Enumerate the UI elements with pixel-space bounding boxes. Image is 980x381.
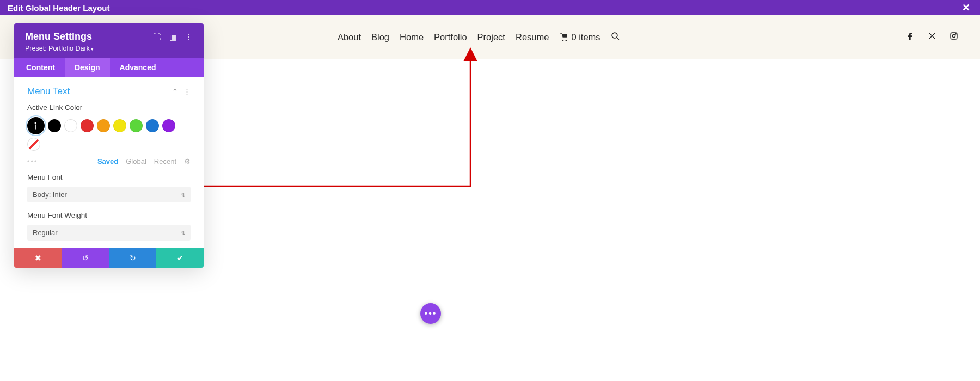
close-icon[interactable]: ✕ xyxy=(960,2,972,14)
svg-point-3 xyxy=(952,34,955,37)
panel-preset[interactable]: Preset: Portfolio Dark xyxy=(25,45,193,52)
panel-body[interactable]: Menu Text ⌃ ⋮ Active Link Color ••• Save… xyxy=(14,77,204,248)
panel-footer: ✖ ↺ ↻ ✔ xyxy=(14,248,204,268)
cart-label: 0 items xyxy=(571,32,600,42)
tab-design[interactable]: Design xyxy=(65,58,110,77)
ellipsis-icon: ••• xyxy=(425,309,437,318)
more-dots-icon[interactable]: ••• xyxy=(27,157,38,165)
active-link-color-label: Active Link Color xyxy=(27,103,191,112)
svg-point-0 xyxy=(612,33,617,38)
facebook-icon[interactable] xyxy=(906,32,915,42)
color-swatch[interactable] xyxy=(48,119,61,132)
grid-icon[interactable]: ▥ xyxy=(169,33,176,41)
collapse-icon[interactable]: ⌃ xyxy=(172,88,178,96)
save-button[interactable]: ✔ xyxy=(156,248,204,268)
menu-font-label: Menu Font xyxy=(27,173,191,181)
kebab-menu-icon[interactable]: ⋮ xyxy=(185,33,193,41)
x-twitter-icon[interactable] xyxy=(928,32,936,42)
kebab-menu-icon[interactable]: ⋮ xyxy=(183,88,191,96)
color-swatch[interactable] xyxy=(97,119,110,132)
color-swatch[interactable] xyxy=(113,119,126,132)
panel-tabs: Content Design Advanced xyxy=(14,58,204,77)
color-swatch[interactable] xyxy=(130,119,143,132)
panel-title: Menu Settings xyxy=(25,31,92,42)
cart-icon xyxy=(559,33,568,41)
menu-font-select[interactable]: Body: Inter xyxy=(27,187,191,202)
cancel-button[interactable]: ✖ xyxy=(14,248,62,268)
panel-header: Menu Settings ⛶ ▥ ⋮ Preset: Portfolio Da… xyxy=(14,23,204,58)
eyedropper-icon xyxy=(30,120,41,131)
edit-top-bar: Edit Global Header Layout ✕ xyxy=(0,0,980,15)
palette-tabs: ••• Saved Global Recent ⚙ xyxy=(27,157,191,165)
floating-action-button[interactable]: ••• xyxy=(420,303,441,324)
color-swatch-eyedropper[interactable] xyxy=(27,117,45,134)
color-swatch-none[interactable] xyxy=(27,138,40,151)
annotation-arrow xyxy=(187,42,492,195)
tab-content[interactable]: Content xyxy=(14,58,65,77)
palette-tab-saved[interactable]: Saved xyxy=(97,157,118,165)
nav-cart[interactable]: 0 items xyxy=(559,32,600,42)
nav-item-portfolio[interactable]: Portfolio xyxy=(434,32,467,42)
color-swatch[interactable] xyxy=(64,119,77,132)
menu-font-weight-label: Menu Font Weight xyxy=(27,211,191,219)
main-nav: About Blog Home Portfolio Project Resume… xyxy=(338,32,620,43)
undo-button[interactable]: ↺ xyxy=(62,248,109,268)
expand-icon[interactable]: ⛶ xyxy=(153,33,161,41)
svg-point-4 xyxy=(955,34,956,34)
top-bar-title: Edit Global Header Layout xyxy=(8,3,110,13)
search-icon[interactable] xyxy=(611,32,620,43)
instagram-icon[interactable] xyxy=(950,32,958,42)
section-title[interactable]: Menu Text xyxy=(27,86,70,97)
panel-header-icons: ⛶ ▥ ⋮ xyxy=(153,33,193,41)
menu-font-weight-select[interactable]: Regular xyxy=(27,225,191,241)
nav-item-blog[interactable]: Blog xyxy=(371,32,389,42)
gear-icon[interactable]: ⚙ xyxy=(184,157,191,165)
social-icons xyxy=(906,32,958,42)
svg-line-1 xyxy=(617,37,619,39)
nav-item-about[interactable]: About xyxy=(338,32,361,42)
nav-item-home[interactable]: Home xyxy=(400,32,424,42)
menu-settings-panel: Menu Settings ⛶ ▥ ⋮ Preset: Portfolio Da… xyxy=(14,23,204,268)
color-swatch[interactable] xyxy=(81,119,94,132)
palette-tab-recent[interactable]: Recent xyxy=(154,157,176,165)
redo-button[interactable]: ↻ xyxy=(109,248,156,268)
nav-item-resume[interactable]: Resume xyxy=(516,32,549,42)
color-swatch[interactable] xyxy=(162,119,175,132)
nav-item-project[interactable]: Project xyxy=(477,32,505,42)
tab-advanced[interactable]: Advanced xyxy=(110,58,166,77)
color-swatches xyxy=(27,117,191,151)
palette-tab-global[interactable]: Global xyxy=(126,157,146,165)
color-swatch[interactable] xyxy=(146,119,159,132)
